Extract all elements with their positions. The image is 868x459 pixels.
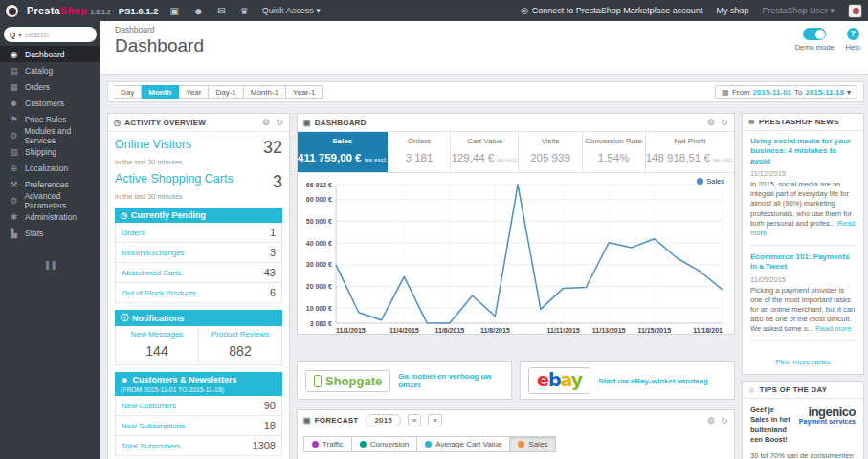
legend-dot-sales — [697, 178, 703, 185]
kpi-tab[interactable]: Sales 411 759,00 € tax excl. — [298, 132, 388, 172]
kpi-tab[interactable]: Visits 205 939 — [519, 132, 582, 172]
kpi-tab[interactable]: Net Profit 148 918,51 € tax excl. — [646, 132, 734, 172]
row-label[interactable]: Out of Stock Products — [122, 289, 196, 297]
sidebar-search[interactable]: Q ▾ — [4, 27, 97, 42]
sidebar-item[interactable]: ⚙ Modules and Services — [0, 127, 100, 143]
help-button[interactable]: ? Help — [846, 28, 860, 52]
period-button[interactable]: Year-1 — [286, 85, 323, 99]
forecast-next-button[interactable]: » — [428, 414, 441, 426]
row-label[interactable]: Orders — [122, 229, 145, 237]
forecast-metric-button[interactable]: Average Cart Value — [417, 436, 510, 452]
customers-row[interactable]: Total Subscribers 1308 — [115, 436, 282, 456]
period-button[interactable]: Day-1 — [209, 85, 243, 99]
row-label[interactable]: Abandoned Carts — [122, 269, 181, 277]
gear-icon[interactable]: ⚙ — [707, 416, 715, 426]
right-column: ≋ PRESTASHOP NEWS Using social media for… — [742, 113, 864, 459]
customers-section-header: ☻ Customers & Newsletters — [115, 372, 282, 387]
row-label[interactable]: Return/Exchanges — [122, 249, 185, 257]
period-button[interactable]: Month — [142, 85, 179, 99]
messages-icon[interactable]: ✉ — [217, 6, 225, 16]
news-item-title[interactable]: Using social media for your business: 4 … — [750, 137, 856, 166]
kpi-tab[interactable]: Orders 3 181 — [388, 132, 451, 172]
ebay-module[interactable]: ebay Start uw eBay-winkel vandaag — [520, 361, 735, 400]
panel-title: PRESTASHOP NEWS — [759, 118, 839, 126]
refresh-icon[interactable]: ↻ — [276, 118, 283, 127]
sidebar-item[interactable]: ▤ Catalog — [0, 62, 100, 78]
kpi-label: Cart Value — [451, 137, 518, 145]
quick-access-menu[interactable]: Quick Access ▾ — [262, 6, 321, 15]
sidebar-item[interactable]: ☻ Customers — [0, 95, 100, 111]
user-menu[interactable]: PrestaShop User ▾ — [762, 6, 835, 15]
kpi-tab[interactable]: Conversion Rate 1.54% — [583, 132, 646, 172]
sidebar-item[interactable]: ▧ Shipping — [0, 143, 100, 160]
forecast-metric-button[interactable]: Traffic — [303, 436, 352, 452]
demo-mode-toggle[interactable]: Demo mode — [795, 28, 835, 52]
period-button[interactable]: Day — [114, 85, 142, 99]
main-column: ▣ DASHBOARD ⚙ ↻ Sales 411 759,00 € tax e… — [297, 113, 735, 335]
online-visitors-sub: in the last 30 minutes — [115, 158, 282, 166]
period-button[interactable]: Month-1 — [244, 85, 286, 99]
sidebar-item-icon: ☻ — [9, 98, 19, 108]
marketplace-link[interactable]: ◎Connect to PrestaShop Marketplace accou… — [521, 6, 702, 15]
sidebar-item-icon: ⚑ — [9, 115, 19, 124]
row-label[interactable]: Total Subscribers — [122, 442, 180, 450]
period-button[interactable]: Year — [179, 85, 209, 99]
cell-label[interactable]: New Messages — [118, 330, 196, 339]
pending-row[interactable]: Abandoned Carts 43 — [115, 263, 282, 283]
user-avatar[interactable] — [848, 4, 862, 18]
row-value: 6 — [270, 287, 276, 298]
forecast-prev-button[interactable]: « — [408, 414, 421, 426]
notification-cell[interactable]: New Messages 144 — [116, 326, 198, 364]
customers-quick-icon[interactable]: ☻ — [193, 6, 204, 16]
ebay-link[interactable]: Start uw eBay-winkel vandaag — [598, 377, 708, 385]
customers-row[interactable]: New Customers 90 — [115, 396, 282, 416]
row-label[interactable]: New Customers — [122, 402, 176, 410]
sidebar-collapse-button[interactable]: ❚❚ — [0, 260, 100, 270]
find-more-news-link[interactable]: Find more news — [743, 352, 863, 374]
pending-row[interactable]: Return/Exchanges 3 — [115, 243, 282, 263]
gear-icon[interactable]: ⚙ — [262, 118, 270, 127]
sidebar-item[interactable]: ⊕ Localization — [0, 160, 100, 176]
my-shop-link[interactable]: My shop — [716, 6, 748, 15]
refresh-icon[interactable]: ↻ — [721, 118, 728, 127]
svg-text:11/18/201: 11/18/201 — [693, 327, 723, 334]
sidebar-item[interactable]: ⚙ Advanced Parameters — [0, 192, 100, 208]
cart-icon[interactable]: ▣ — [169, 6, 178, 16]
ebay-letter: y — [571, 369, 582, 390]
date-from: 2015-11-01 — [753, 88, 791, 97]
forecast-metric-button[interactable]: Conversion — [352, 436, 417, 452]
news-item-title[interactable]: Ecommerce 101: Payments in a Tweet — [750, 252, 856, 273]
breadcrumb[interactable]: Dashboard — [115, 25, 155, 34]
sidebar-item[interactable]: ✱ Administration — [0, 208, 100, 225]
toggle-on-icon[interactable] — [803, 28, 826, 40]
shopgate-module[interactable]: Shopgate Ga mobiel en verhoog uw omzet — [297, 361, 512, 400]
search-input[interactable] — [24, 31, 81, 39]
notification-cell[interactable]: Product Reviews 882 — [198, 326, 281, 364]
row-label[interactable]: New Subscriptions — [122, 422, 185, 430]
online-visitors-link[interactable]: Online Visitors — [115, 138, 191, 151]
gear-icon[interactable]: ⚙ — [707, 118, 715, 127]
sales-chart[interactable]: 66 912 €60 000 €50 000 €40 000 €30 000 €… — [300, 175, 730, 336]
cell-label[interactable]: Product Reviews — [201, 330, 279, 339]
sidebar-item-label: Price Rules — [25, 115, 66, 124]
kpi-tab[interactable]: Cart Value 129,44 € tax excl. — [451, 132, 519, 172]
refresh-icon[interactable]: ↻ — [721, 416, 728, 426]
sidebar-item[interactable]: ◉ Dashboard — [0, 46, 100, 62]
sidebar-item[interactable]: ⚒ Preferences — [0, 176, 100, 192]
active-carts-link[interactable]: Active Shopping Carts — [115, 172, 234, 186]
page-header: Dashboard Dashboard Demo mode ? Help — [100, 21, 868, 75]
shopgate-link[interactable]: Ga mobiel en verhoog uw omzet — [398, 372, 503, 389]
date-range-button[interactable]: ▦ From 2015-11-01 To 2015-11-18 ▾ — [715, 85, 857, 99]
customers-row[interactable]: New Subscriptions 18 — [115, 416, 282, 436]
sidebar-item[interactable]: ▙ Stats — [0, 225, 100, 241]
achievements-icon[interactable]: ♛ — [240, 6, 249, 16]
rss-icon: ≋ — [748, 118, 755, 126]
sidebar-item[interactable]: ⚑ Price Rules — [0, 111, 100, 127]
pending-row[interactable]: Orders 1 — [115, 223, 282, 243]
sidebar-item[interactable]: ▦ Orders — [0, 78, 100, 95]
read-more-link[interactable]: Read more — [815, 324, 851, 333]
active-carts-value: 3 — [273, 172, 282, 192]
row-value: 1 — [270, 227, 276, 238]
forecast-metric-button[interactable]: Sales — [510, 436, 556, 452]
pending-row[interactable]: Out of Stock Products 6 — [115, 283, 282, 303]
